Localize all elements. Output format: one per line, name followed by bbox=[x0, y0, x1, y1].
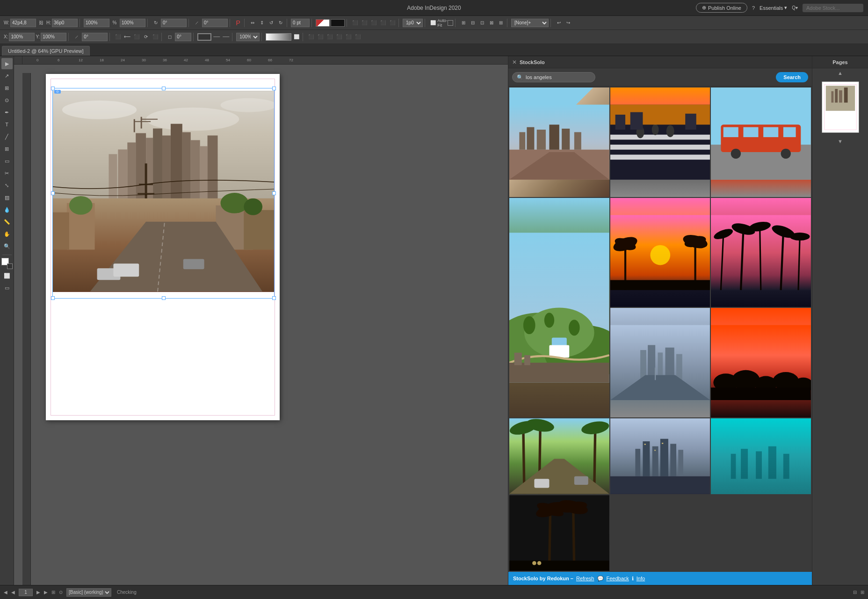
prev-page-btn[interactable]: ◀ bbox=[4, 590, 7, 595]
y-pos-input[interactable] bbox=[41, 33, 66, 41]
frame-fitting-icon[interactable]: ⬜ bbox=[429, 19, 437, 27]
measure-tool[interactable]: 📏 bbox=[1, 216, 13, 227]
stroke-width-select[interactable]: 1p0 bbox=[403, 19, 423, 27]
pages-scroll-up[interactable]: ▲ bbox=[812, 68, 868, 78]
line-tool[interactable]: ╱ bbox=[1, 131, 13, 142]
tool2-icon1[interactable]: ⬛ bbox=[114, 33, 122, 41]
corner-input[interactable] bbox=[175, 33, 191, 41]
eyedropper-tool[interactable]: 💧 bbox=[1, 204, 13, 215]
handle-mid-right[interactable] bbox=[272, 191, 276, 195]
essentials-button[interactable]: Essentials ▾ bbox=[760, 5, 787, 11]
align2-icon3[interactable]: ⬛ bbox=[326, 33, 334, 41]
stock-image-4[interactable] bbox=[509, 198, 609, 417]
grid-icon5[interactable]: ⊞ bbox=[497, 19, 505, 27]
content-tool[interactable]: ⊙ bbox=[1, 95, 13, 106]
scissors-tool[interactable]: ✂ bbox=[1, 168, 13, 179]
hand-tool[interactable]: ✋ bbox=[1, 228, 13, 240]
stock-image-12[interactable] bbox=[509, 495, 609, 571]
align2-icon2[interactable]: ⬛ bbox=[316, 33, 325, 41]
document-tab[interactable]: Untitled-2 @ 64% [GPU Preview] bbox=[2, 46, 90, 56]
forward-icon[interactable]: ↪ bbox=[564, 19, 572, 27]
skew-icon[interactable]: ⟋ bbox=[72, 33, 81, 41]
publish-online-button[interactable]: ⊕ Publish Online bbox=[696, 3, 747, 13]
stroke-style-icon[interactable]: ── bbox=[212, 33, 221, 41]
height-input[interactable] bbox=[52, 19, 78, 27]
x-pos-input[interactable] bbox=[9, 33, 35, 41]
grid-icon3[interactable]: ⊡ bbox=[478, 19, 486, 27]
stocksolo-search-input[interactable] bbox=[512, 72, 595, 82]
tint-icon[interactable]: ⬜ bbox=[292, 33, 301, 41]
page-transition-icon[interactable]: ⊞ bbox=[51, 590, 55, 595]
grid-icon2[interactable]: ⊟ bbox=[469, 19, 477, 27]
autofit-checkbox[interactable] bbox=[448, 20, 453, 26]
rotate-icon[interactable]: ↻ bbox=[152, 19, 160, 27]
shear-icon[interactable]: ⟋ bbox=[193, 19, 201, 27]
stock-image-9[interactable] bbox=[509, 418, 609, 494]
content-grabber-badge[interactable]: ⊙ bbox=[54, 90, 61, 94]
stock-image-5[interactable] bbox=[610, 198, 710, 307]
rotate90-icon[interactable]: ↺ bbox=[267, 19, 275, 27]
page-number-input[interactable] bbox=[19, 589, 33, 596]
text-orient-icon[interactable]: ⬛ bbox=[388, 19, 397, 27]
rect-tool[interactable]: ▭ bbox=[1, 155, 13, 167]
handle-bottom-center[interactable] bbox=[162, 296, 166, 300]
stock-image-1[interactable] bbox=[509, 88, 609, 197]
stock-image-6[interactable] bbox=[711, 198, 811, 307]
transform-icon[interactable]: P bbox=[234, 19, 242, 27]
align2-icon4[interactable]: ⬛ bbox=[335, 33, 343, 41]
handle-bottom-left[interactable] bbox=[51, 296, 55, 300]
y-pct-input[interactable] bbox=[120, 19, 145, 27]
preflight-icon[interactable]: ⊙ bbox=[59, 590, 63, 595]
fill-stroke-swatch[interactable] bbox=[1, 258, 13, 269]
free-transform-tool[interactable]: ⤡ bbox=[1, 180, 13, 191]
canvas-area[interactable]: 0 6 12 18 24 30 36 42 48 54 60 66 72 bbox=[14, 56, 508, 585]
footer-feedback-link[interactable]: Feedback bbox=[607, 576, 629, 581]
style-select[interactable]: [Basic] (working) bbox=[66, 588, 111, 597]
help-icon[interactable]: ? bbox=[752, 5, 755, 11]
tool2-icon2[interactable]: ⟵ bbox=[123, 33, 131, 41]
pen-tool[interactable]: ✒ bbox=[1, 107, 13, 118]
zoom-tool[interactable]: 🔍 bbox=[1, 241, 13, 252]
align-center-icon[interactable]: ⬛ bbox=[360, 19, 369, 27]
skew-input[interactable] bbox=[82, 33, 108, 41]
gradient-tool[interactable]: ▨ bbox=[1, 192, 13, 203]
stocksolo-search-button[interactable]: Search bbox=[776, 72, 808, 82]
panel-resize-handle[interactable] bbox=[810, 56, 812, 585]
align-right-icon[interactable]: ⬛ bbox=[369, 19, 378, 27]
image-frame[interactable]: ⊙ bbox=[52, 88, 275, 299]
chain-link-icon[interactable]: ⛓ bbox=[37, 19, 45, 27]
revert-icon[interactable]: ↩ bbox=[555, 19, 563, 27]
tool2-corner-icon[interactable]: ◻ bbox=[166, 33, 174, 41]
align2-icon6[interactable]: ⬛ bbox=[354, 33, 362, 41]
handle-top-center[interactable] bbox=[162, 87, 166, 90]
next-page-btn2[interactable]: ▶ bbox=[44, 590, 48, 595]
footer-info-link[interactable]: Info bbox=[637, 576, 645, 581]
rect-frame-tool[interactable]: ⊞ bbox=[1, 143, 13, 154]
grid-icon4[interactable]: ⊠ bbox=[487, 19, 496, 27]
stock-image-11[interactable] bbox=[711, 418, 811, 494]
grid-icon1[interactable]: ⊞ bbox=[459, 19, 468, 27]
tool2-icon4[interactable]: ⟳ bbox=[142, 33, 150, 41]
rotate-input[interactable] bbox=[161, 19, 187, 27]
tool2-icon3[interactable]: ⬛ bbox=[132, 33, 141, 41]
stroke-input[interactable] bbox=[291, 19, 310, 27]
panel-grid-icon[interactable]: ⊞ bbox=[861, 590, 864, 595]
align2-icon1[interactable]: ⬛ bbox=[307, 33, 315, 41]
stock-image-3[interactable] bbox=[711, 88, 811, 197]
preview-mode[interactable]: ▭ bbox=[1, 282, 13, 293]
document-canvas[interactable]: ⊙ bbox=[22, 65, 508, 585]
handle-top-right[interactable] bbox=[272, 87, 276, 90]
next-page-btn[interactable]: ▶ bbox=[36, 590, 40, 595]
flip-v-icon[interactable]: ⇕ bbox=[258, 19, 266, 27]
page-thumbnail-1[interactable] bbox=[822, 81, 859, 133]
stock-image-8[interactable] bbox=[711, 308, 811, 417]
zoom-select[interactable]: 100% bbox=[236, 33, 260, 41]
stock-image-7[interactable] bbox=[610, 308, 710, 417]
align-left-icon[interactable]: ⬛ bbox=[351, 19, 359, 27]
stock-image-10[interactable] bbox=[610, 418, 710, 494]
selection-tool[interactable]: ▶ bbox=[1, 58, 13, 69]
prev-page-btn2[interactable]: ◀ bbox=[11, 590, 15, 595]
stock-image-2[interactable] bbox=[610, 88, 710, 197]
la-cityscape-image[interactable] bbox=[53, 91, 274, 292]
handle-mid-left[interactable] bbox=[51, 191, 55, 195]
